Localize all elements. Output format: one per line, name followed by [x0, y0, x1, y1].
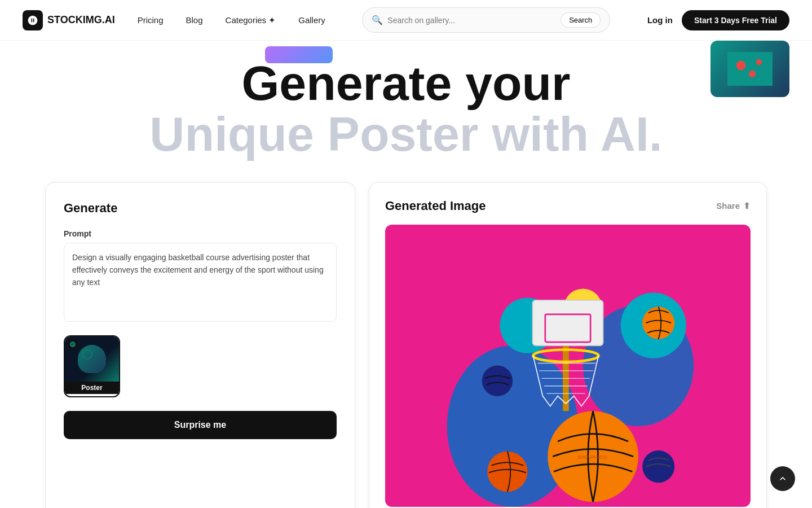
generate-panel: Generate Prompt Design a visually engagi…	[45, 182, 355, 508]
check-icon	[69, 341, 76, 348]
generate-title: Generate	[64, 201, 337, 216]
nav-left: STOCKIMG.AI Pricing Blog Categories ✦ Ga…	[23, 10, 325, 30]
scroll-up-icon	[777, 473, 788, 484]
nav-right: Log in Start 3 Days Free Trial	[647, 10, 789, 30]
hero-strip-decoration	[265, 46, 333, 63]
scroll-up-button[interactable]	[770, 466, 795, 491]
search-button[interactable]: Search	[561, 12, 601, 28]
svg-rect-10	[533, 300, 603, 345]
share-button[interactable]: Share ⬆	[716, 201, 751, 211]
search-input[interactable]	[387, 16, 556, 25]
share-upload-icon: ⬆	[743, 201, 751, 211]
navbar: STOCKIMG.AI Pricing Blog Categories ✦ Ga…	[0, 0, 812, 41]
nav-link-blog[interactable]: Blog	[186, 15, 203, 25]
search-icon: 🔍	[372, 15, 383, 25]
main-content: Generate Prompt Design a visually engagi…	[23, 182, 789, 508]
logo-icon	[23, 10, 43, 30]
logo[interactable]: STOCKIMG.AI	[23, 10, 115, 30]
trial-button[interactable]: Start 3 Days Free Trial	[682, 10, 789, 30]
search-bar: 🔍 Search	[362, 7, 610, 33]
prompt-textarea[interactable]: Design a visually engaging basketball co…	[64, 243, 337, 322]
hero-line2: Unique Poster with AI.	[23, 108, 789, 159]
basketball-scene-svg: GRAPHICS	[385, 225, 751, 507]
hero-section: Generate your Unique Poster with AI.	[0, 41, 812, 182]
generated-image: GRAPHICS	[385, 225, 751, 507]
logo-svg	[27, 15, 38, 26]
svg-text:GRAPHICS: GRAPHICS	[578, 454, 607, 460]
helmet-shape	[78, 345, 106, 373]
nav-link-gallery[interactable]: Gallery	[298, 15, 325, 25]
prompt-label: Prompt	[64, 229, 337, 238]
template-card-poster[interactable]: Poster	[64, 335, 120, 397]
template-row: Poster	[64, 335, 337, 397]
corner-dots	[727, 52, 773, 86]
generated-title: Generated Image	[385, 199, 486, 213]
nav-link-categories[interactable]: Categories ✦	[226, 15, 276, 25]
login-button[interactable]: Log in	[647, 15, 673, 25]
hero-corner-image	[710, 41, 789, 97]
nav-link-pricing[interactable]: Pricing	[138, 15, 164, 25]
generated-header: Generated Image Share ⬆	[385, 199, 751, 213]
surprise-button[interactable]: Surprise me	[64, 411, 337, 439]
generated-panel: Generated Image Share ⬆	[369, 182, 767, 508]
template-label: Poster	[65, 382, 119, 394]
share-label: Share	[716, 201, 740, 211]
categories-label: Categories ✦	[226, 15, 276, 25]
logo-text: STOCKIMG.AI	[47, 14, 115, 26]
template-badge	[67, 339, 78, 350]
search-container: 🔍 Search	[362, 7, 610, 33]
hero-line1: Generate your	[23, 58, 789, 108]
